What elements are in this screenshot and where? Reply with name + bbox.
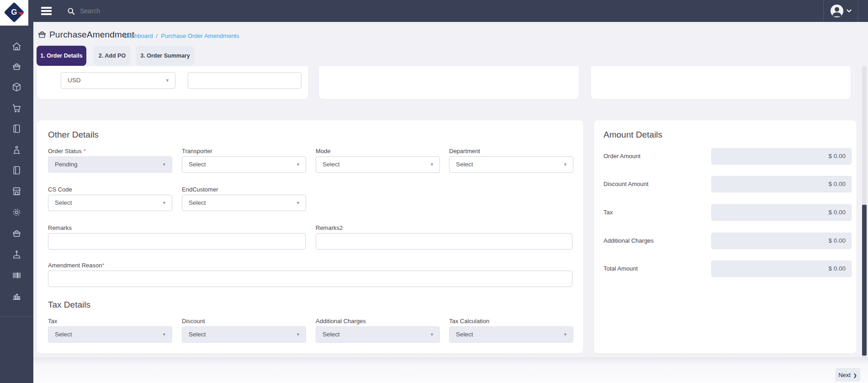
- required-marker: *: [102, 262, 105, 269]
- field-order-status: Order Status* Pending▼: [48, 148, 172, 173]
- sidebar-item-home[interactable]: [11, 41, 22, 52]
- amount-row-order-amount: Order Amount $ 0.00: [603, 148, 852, 165]
- total-amount-field: $ 0.00: [711, 261, 852, 277]
- amount-label: Additional Charges: [603, 233, 654, 249]
- mode-select[interactable]: Select▼: [316, 156, 440, 173]
- sidebar-item-settings[interactable]: [11, 207, 22, 218]
- vertical-scrollbar[interactable]: [862, 66, 867, 357]
- discount-amount-field: $ 0.00: [711, 176, 852, 192]
- remarks2-input[interactable]: [316, 233, 572, 250]
- department-select[interactable]: Select▼: [449, 156, 573, 173]
- scrollbar-thumb[interactable]: [862, 205, 867, 356]
- field-label: Mode: [316, 148, 440, 155]
- currency-select[interactable]: USD ▼: [61, 72, 175, 89]
- caret-down-icon: ▼: [296, 195, 300, 211]
- caret-down-icon: ▼: [563, 327, 567, 342]
- app-logo[interactable]: G: [0, 0, 28, 26]
- caret-down-icon: ▼: [296, 157, 300, 172]
- avatar: [831, 5, 843, 17]
- caret-down-icon: ▼: [563, 157, 567, 172]
- tax-details-title: Tax Details: [48, 300, 90, 310]
- remarks-input[interactable]: [48, 233, 306, 250]
- caret-down-icon: ▼: [162, 157, 166, 172]
- caret-down-icon: ▼: [165, 73, 169, 88]
- package-icon: [11, 82, 22, 92]
- transporter-select[interactable]: Select▼: [182, 156, 306, 173]
- chevron-down-icon: [847, 9, 852, 13]
- field-discount: Discount Select▼: [182, 318, 306, 343]
- additional-charges-field: $ 0.00: [711, 233, 852, 249]
- breadcrumb-link-dashboard[interactable]: Dashboard: [124, 32, 153, 39]
- field-additional-charges: Additional Charges Select▼: [316, 318, 440, 343]
- menu-toggle-button[interactable]: [41, 7, 52, 15]
- sidebar-divider: [0, 316, 33, 317]
- amount-label: Tax: [603, 204, 613, 221]
- amendment-reason-input[interactable]: [48, 271, 572, 287]
- field-cs-code: CS Code Select▼: [48, 186, 172, 211]
- order-amount-field: $ 0.00: [711, 148, 852, 165]
- caret-down-icon: ▼: [430, 157, 434, 172]
- field-label: Department: [449, 148, 573, 155]
- cs-code-select[interactable]: Select▼: [48, 195, 172, 211]
- dock-station-icon: [11, 249, 22, 260]
- sidebar-item-barcode[interactable]: [11, 270, 22, 281]
- next-button[interactable]: Next ❯: [835, 368, 860, 382]
- field-transporter: Transporter Select▼: [182, 148, 306, 173]
- sidebar-item-dock[interactable]: [11, 249, 22, 260]
- caret-down-icon: ▼: [162, 195, 166, 211]
- breadcrumb-link-purchase-order-amendments[interactable]: Purchase Order Amendments: [161, 32, 239, 39]
- amount-row-total-amount: Total Amount $ 0.00: [603, 261, 852, 277]
- amount-row-tax: Tax $ 0.00: [603, 204, 852, 221]
- sidebar: [0, 22, 33, 383]
- top-card-2: [318, 66, 579, 100]
- discount-select[interactable]: Select▼: [182, 326, 306, 343]
- end-customer-select[interactable]: Select▼: [182, 195, 306, 211]
- barcode-icon: [11, 270, 22, 281]
- sidebar-item-purchase[interactable]: [11, 61, 22, 72]
- content-scroll-area: USD ▼ Other Details Order Status* Pendin…: [33, 66, 868, 357]
- sidebar-item-products[interactable]: [11, 82, 22, 92]
- tax-calculation-select[interactable]: Select▼: [449, 326, 573, 343]
- tab-add-po[interactable]: 2. Add PO: [94, 46, 131, 66]
- sidebar-item-reports[interactable]: [11, 291, 22, 301]
- sidebar-item-store[interactable]: [11, 186, 22, 197]
- currency-amount-input[interactable]: [188, 72, 302, 89]
- required-marker: *: [84, 148, 86, 154]
- field-amendment-reason: Amendment Reason*: [48, 262, 572, 287]
- caret-down-icon: ▼: [430, 327, 434, 342]
- shopping-basket-icon: [11, 61, 22, 72]
- field-label: Remarks: [48, 224, 306, 232]
- tax-select[interactable]: Select▼: [48, 326, 172, 343]
- ledger-icon: [11, 123, 22, 134]
- sidebar-item-ledger[interactable]: [11, 123, 22, 134]
- field-label: Transporter: [182, 148, 306, 155]
- sidebar-item-basket[interactable]: [11, 228, 22, 239]
- order-status-select[interactable]: Pending▼: [48, 156, 172, 173]
- field-label: Tax: [48, 318, 172, 325]
- currency-card: USD ▼: [37, 66, 309, 100]
- sidebar-item-vendors[interactable]: [11, 144, 22, 155]
- podium-person-icon: [11, 144, 22, 155]
- tax-amount-field: $ 0.00: [711, 204, 852, 221]
- tab-order-details[interactable]: 1. Order Details: [37, 46, 86, 66]
- basket-icon: [11, 228, 22, 239]
- field-label: Remarks2: [316, 224, 572, 232]
- user-menu[interactable]: [823, 0, 858, 22]
- caret-down-icon: ▼: [296, 327, 300, 342]
- field-label: Amendment Reason: [48, 262, 102, 269]
- topbar: [0, 0, 868, 22]
- field-tax: Tax Select▼: [48, 318, 172, 343]
- amount-details-title: Amount Details: [603, 130, 662, 140]
- amount-label: Total Amount: [603, 261, 638, 277]
- amount-label: Order Amount: [603, 148, 640, 165]
- sidebar-item-catalog[interactable]: [11, 165, 22, 176]
- additional-charges-select[interactable]: Select▼: [316, 326, 440, 343]
- search-input[interactable]: [80, 7, 217, 15]
- tab-order-summary[interactable]: 3. Order Summary: [136, 46, 194, 66]
- top-card-3: [590, 66, 851, 100]
- content-footer: Next ❯: [33, 357, 868, 383]
- sidebar-item-orders[interactable]: [11, 103, 22, 113]
- page-title: PurchaseAmendment: [49, 30, 134, 40]
- purchase-basket-icon: [37, 29, 47, 39]
- field-end-customer: EndCustomer Select▼: [182, 186, 306, 211]
